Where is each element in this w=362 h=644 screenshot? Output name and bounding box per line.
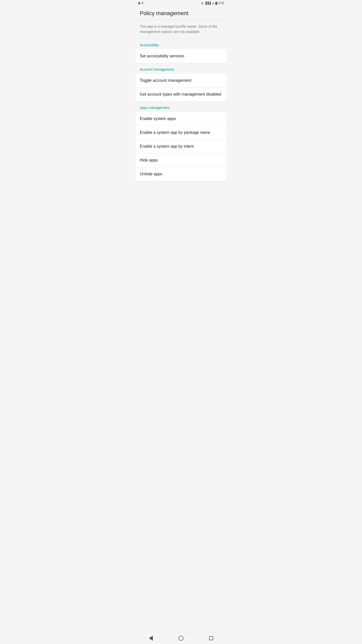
content-scroll: This app is a managed profile owner. Som… (136, 20, 226, 196)
back-icon (149, 636, 153, 641)
enable-system-apps-label: Enable system apps (140, 116, 176, 121)
status-bar: ▣ ⬇ 🖨 ▐▐▐ ▲ ▓ 3:41 (136, 0, 226, 6)
section-apps-management-header: Apps management (140, 106, 169, 110)
unhide-apps-item[interactable]: Unhide apps (136, 167, 226, 181)
wifi-icon: ▲ (212, 2, 214, 5)
recent-icon (209, 636, 213, 640)
enable-system-app-intent-item[interactable]: Enable a system app by intent (136, 140, 226, 153)
status-bar-left: ▣ ⬇ (138, 1, 144, 5)
description-text: This app is a managed profile owner. Som… (140, 24, 222, 34)
section-account-management: Account management (136, 63, 226, 74)
back-button[interactable] (143, 633, 158, 643)
page-title: Policy management (140, 10, 222, 17)
hide-apps-label: Hide apps (140, 158, 158, 162)
hide-apps-item[interactable]: Hide apps (136, 153, 226, 167)
bottom-nav (136, 632, 226, 644)
get-account-types-label: Get account types with management disabl… (140, 92, 221, 96)
enable-system-app-intent-label: Enable a system app by intent (140, 144, 194, 148)
home-button[interactable] (173, 633, 189, 643)
status-bar-right: 🖨 ▐▐▐ ▲ ▓ 3:41 (201, 1, 224, 5)
section-accessibility: Accessibility (136, 39, 226, 49)
toggle-account-management-label: Toggle account management (140, 78, 191, 83)
recent-button[interactable] (204, 633, 219, 643)
enable-system-app-package-item[interactable]: Enable a system app by package name (136, 126, 226, 140)
clock: 3:41 (218, 1, 224, 5)
description-section: This app is a managed profile owner. Som… (136, 20, 226, 39)
notification-icons: ▣ ⬇ (138, 1, 144, 5)
battery-icon: ▓ (215, 2, 217, 5)
unhide-apps-label: Unhide apps (140, 172, 162, 176)
page-title-bar: Policy management (136, 6, 226, 20)
set-accessibility-services-item[interactable]: Set accessibility services (136, 49, 226, 63)
section-accessibility-header: Accessibility (140, 43, 159, 47)
enable-system-apps-item[interactable]: Enable system apps (136, 112, 226, 126)
printer-icon: 🖨 (201, 2, 204, 5)
signal-icon: ▐▐▐ (205, 2, 210, 5)
home-icon (178, 636, 184, 641)
section-apps-management: Apps management (136, 101, 226, 112)
section-account-management-header: Account management (140, 67, 174, 71)
enable-system-app-package-label: Enable a system app by package name (140, 130, 210, 135)
toggle-account-management-item[interactable]: Toggle account management (136, 74, 226, 88)
get-account-types-item[interactable]: Get account types with management disabl… (136, 88, 226, 101)
set-accessibility-services-label: Set accessibility services (140, 54, 184, 58)
